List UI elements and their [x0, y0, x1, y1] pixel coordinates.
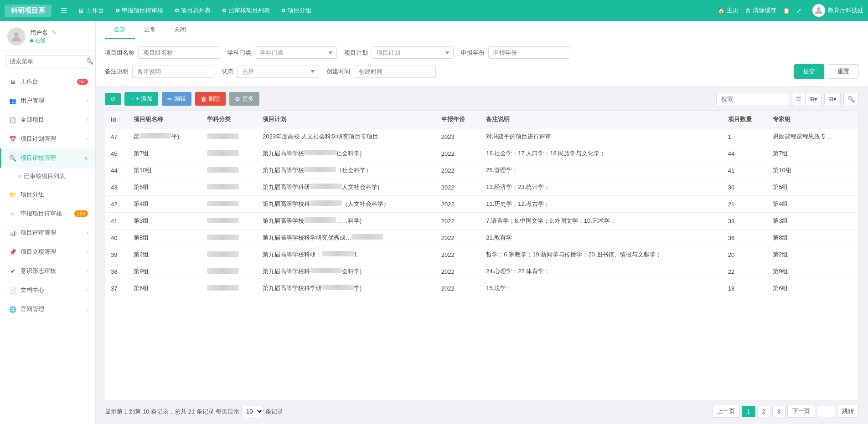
website-mgmt-label: 官网管理 [21, 305, 83, 313]
col-count: 项目数量 [723, 111, 768, 128]
cell-remark: 11.历史学；12.考古学； [480, 196, 722, 213]
gear-icon: ⚙ [235, 96, 240, 102]
clipboard-action[interactable]: 📋 [783, 7, 790, 14]
sidebar-item-ideology-audit[interactable]: ✔ 意识形态审核 ‹ [0, 261, 95, 281]
sidebar-item-project-audit[interactable]: 🔍 项目审核管理 ∨ [0, 148, 95, 168]
tab-closed[interactable]: 关闭 [165, 21, 195, 39]
jump-button[interactable]: 跳转 [837, 405, 859, 418]
pagination-bar: 显示第 1 到第 10 条记录，总共 21 条记录 每页显示 10 20 50 … [105, 400, 859, 419]
sidebar-subitem-audited-list[interactable]: 已审核项目列表 [0, 168, 95, 185]
cell-id: 47 [105, 128, 128, 145]
filter-project-plan: 项目计划 项目计划 [344, 46, 454, 59]
cell-expert: 第9组 [767, 263, 858, 280]
arrow-icon: ‹ [86, 249, 88, 255]
table-row: 45第7组第九届高等学校社会科学)202216.社会学；17.人口学；18.民族… [105, 145, 858, 162]
filter-discipline-select[interactable]: 学科门类 [255, 46, 337, 59]
menu-toggle-button[interactable]: ☰ [57, 5, 71, 17]
nav-pending-audit[interactable]: 申报项目待审核 [110, 4, 169, 17]
filter-year-label: 申报年份 [461, 49, 485, 57]
add-button[interactable]: ＋ + 添加 [124, 92, 158, 106]
cell-group-name: 昆平) [128, 128, 202, 145]
cell-plan: 第九届高等学校（社会科学） [257, 162, 436, 179]
arrow-icon: ‹ [86, 136, 88, 142]
cell-discipline [202, 263, 257, 280]
data-table: id 项目组名称 学科分类 项目计划 申报年份 备注说明 项目数量 专家组 47… [105, 111, 858, 296]
col-expert: 专家组 [767, 111, 858, 128]
page-2-button[interactable]: 2 [757, 406, 770, 417]
prev-page-button[interactable]: 上一页 [712, 405, 740, 418]
edit-button[interactable]: ✏ 编辑 [162, 92, 191, 106]
cell-year: 2022 [436, 263, 481, 280]
cell-expert: 第8组 [767, 230, 858, 246]
fullscreen-action[interactable]: ⤢ [796, 7, 801, 14]
nav-project-list[interactable]: 项目总列表 [170, 4, 216, 17]
table-row: 44第10组第九届高等学校（社会科学）202225.管理学；41第10组 [105, 162, 858, 179]
sidebar-status: 在线 [30, 37, 57, 45]
per-page-select[interactable]: 10 20 50 [241, 406, 264, 417]
list-view-button[interactable]: ☰ [792, 93, 805, 105]
reset-button[interactable]: 重置 [828, 64, 859, 79]
plus-icon: ＋ [130, 95, 136, 103]
filter-year-input[interactable] [488, 46, 570, 59]
table-search-button[interactable]: 🔍 [843, 93, 859, 105]
sidebar-user-info: 用户名 ✎ 在线 [30, 29, 57, 45]
cell-plan: 第九届高等学校科研：1 [257, 246, 436, 263]
sidebar-item-establish-mgmt[interactable]: 📌 项目立项管理 ‹ [0, 242, 95, 261]
submit-button[interactable]: 提交 [794, 64, 824, 79]
home-action[interactable]: 🏠 主页 [718, 6, 739, 15]
column-config-button[interactable]: ⊞▾ [824, 93, 841, 105]
establish-mgmt-icon: 📌 [9, 249, 17, 255]
user-area[interactable]: 教育厅科技处 [812, 4, 863, 17]
cell-discipline [202, 213, 257, 230]
sidebar-item-plan-mgmt[interactable]: 📅 项目计划管理 ‹ [0, 129, 95, 148]
sidebar-item-workbench[interactable]: 🖥 工作台 hot [0, 72, 95, 91]
edit-icon[interactable]: ✎ [52, 29, 57, 36]
table-search-input[interactable] [716, 93, 789, 105]
sidebar-item-project-group[interactable]: 📁 项目分组 [0, 185, 95, 204]
delete-button[interactable]: 🗑 删除 [195, 92, 226, 106]
next-page-button[interactable]: 下一页 [787, 405, 815, 418]
cell-count: 41 [723, 162, 768, 179]
page-1-button[interactable]: 1 [742, 406, 755, 417]
filter-status-select[interactable]: 选择 [237, 66, 319, 78]
more-button[interactable]: ⚙ 更多 [229, 92, 259, 106]
grid-view-button[interactable]: ⊞▾ [805, 93, 822, 105]
cell-discipline [202, 179, 257, 196]
sidebar-search-input[interactable] [10, 58, 86, 65]
nav-audited-list[interactable]: 已审核项目列表 [217, 4, 275, 17]
sidebar-item-eval-mgmt[interactable]: 📊 项目评审管理 ‹ [0, 223, 95, 242]
jump-page-input[interactable] [817, 406, 835, 417]
search-icon[interactable]: 🔍 [86, 58, 93, 65]
sidebar-search-box: 🔍 [5, 55, 90, 67]
filter-create-time-input[interactable] [354, 66, 436, 78]
col-year: 申报年份 [436, 111, 481, 128]
cell-group-name: 第5组 [128, 179, 202, 196]
col-id: id [105, 111, 128, 128]
filter-remark-input[interactable] [132, 66, 214, 78]
nav-project-group[interactable]: 项目分组 [276, 4, 317, 17]
table-row: 39第2组第九届高等学校科研：12022哲学；6.宗教学；19.新闻学与传播学；… [105, 246, 858, 263]
nav-workbench[interactable]: 🖥 工作台 [72, 4, 109, 17]
sidebar-item-all-projects[interactable]: 📋 全部项目 ‹ [0, 110, 95, 129]
cell-expert: 第7组 [767, 145, 858, 162]
tab-normal[interactable]: 正常 [135, 21, 165, 39]
tab-all[interactable]: 全部 [105, 21, 135, 39]
cell-year: 2022 [436, 230, 481, 246]
filter-project-plan-select[interactable]: 项目计划 [372, 46, 454, 59]
svg-point-0 [817, 7, 821, 11]
page-3-button[interactable]: 3 [772, 406, 785, 417]
clipboard-icon: 📋 [783, 7, 790, 14]
sidebar-item-doc-center[interactable]: 📄 文档中心 ‹ [0, 281, 95, 300]
user-avatar [812, 4, 825, 17]
cell-plan: 第九届高等学校科学研究优秀成… [257, 230, 436, 246]
clear-cache-action[interactable]: 🗑 清除缓存 [745, 6, 776, 15]
sidebar-item-website-mgmt[interactable]: 🌐 官网管理 ‹ [0, 300, 95, 319]
sidebar-item-user-mgmt[interactable]: 👥 用户管理 ‹ [0, 91, 95, 110]
data-table-wrapper: id 项目组名称 学科分类 项目计划 申报年份 备注说明 项目数量 专家组 47… [105, 110, 859, 400]
filter-group-name-input[interactable] [138, 46, 220, 59]
refresh-button[interactable]: ↺ [105, 93, 121, 105]
sidebar-item-pending-audit[interactable]: ○ 申报项目待审核 296 [0, 204, 95, 223]
filter-status-label: 状态 [222, 67, 233, 76]
top-navigation: 科研项目系 ☰ 🖥 工作台 申报项目待审核 项目总列表 已审核项目列表 项目分组… [0, 0, 868, 21]
cell-id: 42 [105, 196, 128, 213]
